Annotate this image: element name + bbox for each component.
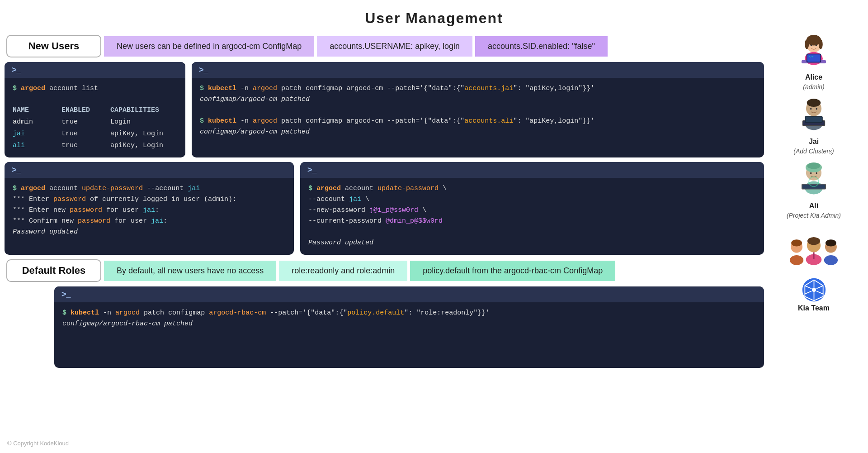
terminal-4-body: $ argocd account update-password \ --acc… (300, 178, 764, 255)
terminal-2-result1: configmap/argocd-cm patched (200, 94, 756, 105)
kube-logo (802, 277, 826, 302)
new-users-tags-row: New Users New users can be defined in ar… (5, 35, 769, 57)
svg-rect-19 (806, 117, 822, 122)
cap-ali: apiKey, Login (110, 140, 163, 151)
terminal-5-cmd: $ kubectl -n argocd patch configmap argo… (62, 308, 756, 319)
svg-point-13 (810, 108, 812, 110)
default-roles-tag2: role:readonly and role:admin (279, 261, 407, 281)
terminal-4-prompt: >_ (307, 165, 317, 175)
terminal-3-result: Password updated (13, 227, 286, 238)
avatar-jai-image (793, 95, 834, 136)
new-users-tag2: accounts.USERNAME: apikey, login (317, 36, 472, 57)
svg-point-24 (816, 172, 817, 174)
avatar-alice-name: Alice (805, 73, 822, 81)
terminal-3-prompt: >_ (12, 165, 21, 175)
avatar-jai-role: (Add Clusters) (793, 148, 834, 155)
terminal-bottom-wrap: >_ $ kubectl -n argocd patch configmap a… (54, 286, 764, 368)
terminal-3-cmd: $ argocd account update-password --accou… (13, 183, 286, 194)
default-roles-label: Default Roles (6, 259, 101, 282)
main-content: New Users New users can be defined in ar… (0, 35, 769, 368)
avatar-jai-block: Jai (Add Clusters) (793, 95, 834, 155)
svg-point-22 (807, 162, 821, 169)
name-admin: admin (13, 117, 49, 128)
enabled-admin: true (61, 117, 98, 128)
avatar-kia-block: Kia Team (784, 233, 843, 312)
svg-point-12 (807, 99, 821, 107)
cap-jai: apiKey, Login (110, 129, 163, 139)
col-name: NAME (13, 105, 49, 116)
avatar-kia-name: Kia Team (798, 304, 830, 312)
table-row-jai: jai true apiKey, Login (13, 129, 177, 139)
avatar-ali-name: Ali (809, 202, 818, 210)
avatar-ali-block: Ali (Project Kia Admin) (787, 159, 841, 219)
terminal-1-table: NAME ENABLED CAPABILITIES admin true Log… (13, 105, 177, 151)
new-users-tag3: accounts.SID.enabled: "false" (475, 36, 608, 57)
table-row-ali: ali true apiKey, Login (13, 140, 177, 151)
svg-point-36 (826, 239, 836, 246)
avatar-alice-role: (admin) (803, 83, 824, 91)
terminal-5-prompt: >_ (61, 290, 71, 299)
terminals-row-1: >_ $ argocd account list NAME ENABLED CA… (5, 62, 764, 157)
cap-admin: Login (110, 117, 131, 128)
terminal-3-line3: *** Confirm new password for user jai: (13, 216, 286, 227)
avatars-column: </> Alice (admin) Jai (Add Clusters) (769, 31, 859, 312)
terminal-3-line2: *** Enter new password for user jai: (13, 205, 286, 216)
svg-point-2 (805, 39, 809, 49)
avatar-ali-role: (Project Kia Admin) (787, 212, 841, 219)
terminal-3-line1: *** Enter password of currently logged i… (13, 194, 286, 205)
col-capabilities: CAPABILITIES (110, 105, 159, 116)
name-jai: jai (13, 129, 49, 139)
svg-point-31 (790, 255, 803, 265)
terminal-2-cmd2: $ kubectl -n argocd patch configmap argo… (200, 116, 756, 127)
name-ali: ali (13, 140, 49, 151)
terminal-2-cmd1: $ kubectl -n argocd patch configmap argo… (200, 83, 756, 94)
terminal-4-line1: --account jai \ (308, 194, 756, 205)
enabled-jai: true (61, 129, 98, 139)
terminal-4-cmd: $ argocd account update-password \ (308, 183, 756, 194)
terminal-account-list: >_ $ argocd account list NAME ENABLED CA… (5, 62, 185, 157)
copyright-text: © Copyright KodeKloud (7, 440, 69, 447)
svg-point-23 (810, 172, 812, 174)
default-roles-tag3: policy.default from the argocd-rbac-cm C… (410, 261, 615, 281)
terminal-5-result: configmap/argocd-rbac-cm patched (62, 319, 756, 329)
terminal-4-line3: --current-password @dmin_p@$$w0rd (308, 216, 756, 227)
page-title: User Management (0, 0, 868, 35)
terminal-5-body: $ kubectl -n argocd patch configmap argo… (54, 302, 764, 336)
table-row-admin: admin true Login (13, 117, 177, 128)
avatar-alice-image: </> (793, 31, 834, 72)
terminal-3-body: $ argocd account update-password --accou… (5, 178, 294, 244)
terminal-2-topbar: >_ (192, 62, 764, 78)
terminal-1-body: $ argocd account list NAME ENABLED CAPAB… (5, 78, 185, 157)
default-roles-tags-row: Default Roles By default, all new users … (5, 259, 769, 282)
svg-text:</>: </> (809, 55, 813, 58)
terminal-2-body: $ kubectl -n argocd patch configmap argo… (192, 78, 764, 144)
table-headers: NAME ENABLED CAPABILITIES (13, 105, 177, 116)
terminal-update-password-flags: >_ $ argocd account update-password \ --… (300, 162, 764, 255)
terminal-update-password-interactive: >_ $ argocd account update-password --ac… (5, 162, 294, 255)
col-enabled: ENABLED (61, 105, 98, 116)
new-users-tag1: New users can be defined in argocd-cm Co… (104, 36, 314, 57)
default-roles-tag1: By default, all new users have no access (104, 261, 276, 281)
svg-point-5 (816, 45, 817, 47)
terminal-rbac-patch: >_ $ kubectl -n argocd patch configmap a… (54, 286, 764, 368)
terminal-1-topbar: >_ (5, 62, 185, 78)
terminal-4-line2: --new-password j@i_p@ssw0rd \ (308, 205, 756, 216)
terminal-4-result: Password updated (308, 238, 756, 248)
terminals-row-2: >_ $ argocd account update-password --ac… (5, 162, 764, 255)
terminal-1-cmd: $ argocd account list (13, 83, 177, 94)
svg-point-30 (791, 239, 802, 246)
svg-point-14 (816, 108, 818, 110)
avatar-jai-name: Jai (809, 138, 819, 146)
terminal-1-prompt: >_ (12, 65, 21, 75)
svg-point-3 (819, 39, 823, 49)
new-users-label: New Users (6, 35, 101, 57)
terminal-5-topbar: >_ (54, 286, 764, 302)
avatar-kia-image (784, 233, 843, 278)
terminal-4-topbar: >_ (300, 162, 764, 178)
svg-point-37 (824, 255, 838, 265)
avatar-alice-block: </> Alice (admin) (793, 31, 834, 91)
enabled-ali: true (61, 140, 98, 151)
svg-point-33 (807, 237, 820, 245)
terminal-kubectl-add-users: >_ $ kubectl -n argocd patch configmap a… (192, 62, 764, 157)
avatar-ali-image (793, 159, 834, 200)
